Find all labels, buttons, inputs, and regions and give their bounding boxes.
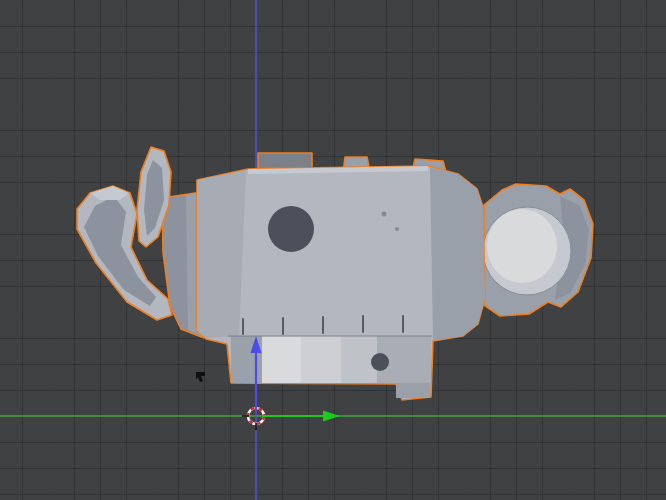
port-hole-small [371, 353, 389, 371]
body-facet-left [197, 170, 246, 338]
body-foot [396, 383, 430, 398]
lower-panel-3 [301, 336, 341, 383]
viewport-3d[interactable] [0, 0, 666, 500]
flywheel-highlight [487, 209, 557, 283]
bolt-dot-2 [395, 227, 399, 231]
bolt-dot-1 [382, 212, 387, 217]
pointer-icon [196, 372, 205, 382]
engine-model[interactable] [77, 147, 593, 400]
lower-panel-2 [262, 336, 301, 383]
gizmo-arrow-y-head [323, 411, 340, 422]
scene-svg [0, 0, 666, 500]
port-hole-large [268, 206, 314, 252]
gizmo-arrow-y[interactable] [262, 411, 340, 422]
body-facet-right [430, 167, 485, 341]
